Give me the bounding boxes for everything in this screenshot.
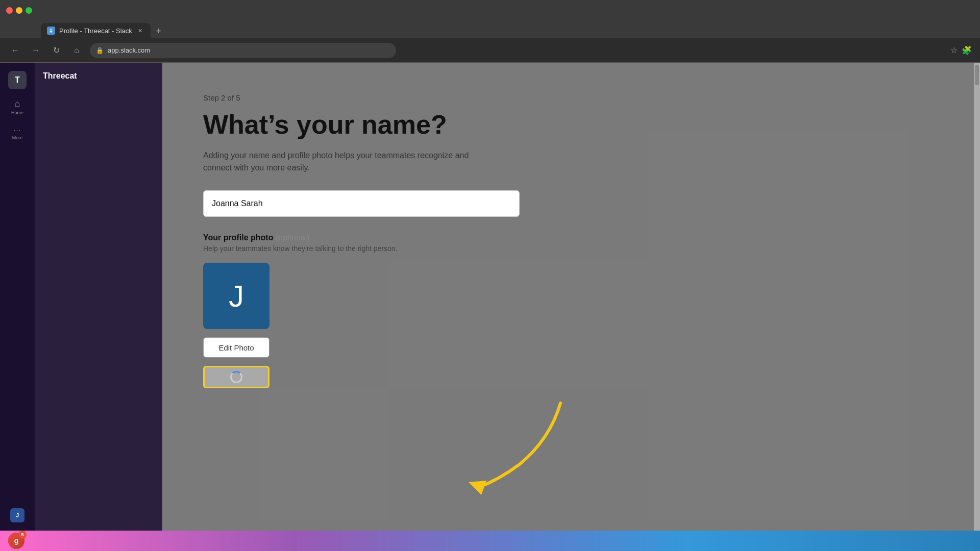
taskbar: g 5 [0, 531, 980, 551]
more-icon: ··· [14, 126, 21, 134]
close-button[interactable] [6, 7, 13, 14]
scrollbar-thumb[interactable] [975, 65, 979, 85]
sidebar-item-home[interactable]: ⌂ Home [8, 97, 27, 116]
optional-label: (optional) [276, 233, 310, 242]
workspace-name: Threecat [43, 71, 77, 81]
more-label: More [12, 135, 23, 140]
main-content: Step 2 of 5 What’s your name? Adding you… [162, 63, 980, 531]
fullscreen-button[interactable] [26, 7, 32, 14]
taskbar-app-avatar[interactable]: g 5 [8, 533, 24, 549]
user-initial: J [16, 512, 19, 518]
edit-photo-label: Edit Photo [218, 343, 254, 352]
minimize-button[interactable] [16, 7, 22, 14]
content-overlay: Step 2 of 5 What’s your name? Adding you… [162, 63, 980, 531]
home-label: Home [11, 110, 23, 115]
traffic-lights [6, 7, 32, 14]
workspace-icon[interactable]: T [8, 71, 27, 89]
sidebar: T ⌂ Home ··· More J [0, 63, 35, 531]
loading-spinner [230, 371, 242, 383]
app-layout: T ⌂ Home ··· More J Threecat Step 2 of [0, 63, 980, 531]
sidebar-item-more[interactable]: ··· More [8, 124, 27, 142]
extensions-icon[interactable]: 🧩 [962, 45, 972, 55]
photo-section-title: Your profile photo (optional) [203, 233, 479, 242]
tab-close-button[interactable]: ✕ [136, 27, 144, 35]
scrollbar[interactable] [974, 63, 980, 531]
url-text: app.slack.com [108, 46, 150, 54]
page-title: What’s your name? [203, 110, 479, 139]
loading-button[interactable] [203, 366, 270, 388]
page-description: Adding your name and profile photo helps… [203, 149, 479, 174]
refresh-button[interactable]: ↻ [49, 43, 63, 58]
home-icon: ⌂ [15, 98, 20, 109]
step-indicator: Step 2 of 5 [203, 93, 479, 102]
lock-icon: 🔒 [96, 47, 104, 54]
browser-chrome: # Profile - Threecat - Slack ✕ + ← → ↻ ⌂… [0, 0, 980, 63]
profile-avatar: J [203, 263, 270, 329]
tab-title: Profile - Threecat - Slack [59, 27, 132, 35]
edit-photo-button[interactable]: Edit Photo [203, 337, 270, 358]
photo-title-text: Your profile photo [203, 233, 273, 242]
bookmark-icon[interactable]: ☆ [950, 45, 958, 55]
title-bar [0, 0, 980, 20]
workspace-initial: T [15, 76, 20, 85]
home-button[interactable]: ⌂ [69, 43, 84, 58]
tab-favicon: # [47, 27, 55, 35]
avatar-letter: J [229, 279, 244, 314]
form-container: Step 2 of 5 What’s your name? Adding you… [162, 63, 520, 419]
name-input[interactable] [203, 190, 520, 217]
url-bar[interactable]: 🔒 app.slack.com [90, 43, 396, 58]
user-avatar-container: J [10, 508, 24, 522]
svg-marker-0 [469, 481, 486, 495]
photo-description: Help your teammates know they’re talking… [203, 244, 479, 253]
back-button[interactable]: ← [8, 43, 22, 58]
loading-button-container [203, 366, 479, 388]
workspace-panel: Threecat [35, 63, 162, 531]
tab-bar: # Profile - Threecat - Slack ✕ + [0, 20, 980, 38]
address-bar: ← → ↻ ⌂ 🔒 app.slack.com ☆ 🧩 [0, 38, 980, 63]
notification-badge: 5 [18, 531, 27, 539]
workspace-header: Threecat [35, 63, 162, 89]
user-avatar[interactable]: J [10, 508, 24, 522]
new-tab-button[interactable]: + [152, 24, 166, 38]
forward-button[interactable]: → [29, 43, 43, 58]
active-tab[interactable]: # Profile - Threecat - Slack ✕ [41, 23, 151, 38]
browser-actions: ☆ 🧩 [950, 45, 972, 55]
